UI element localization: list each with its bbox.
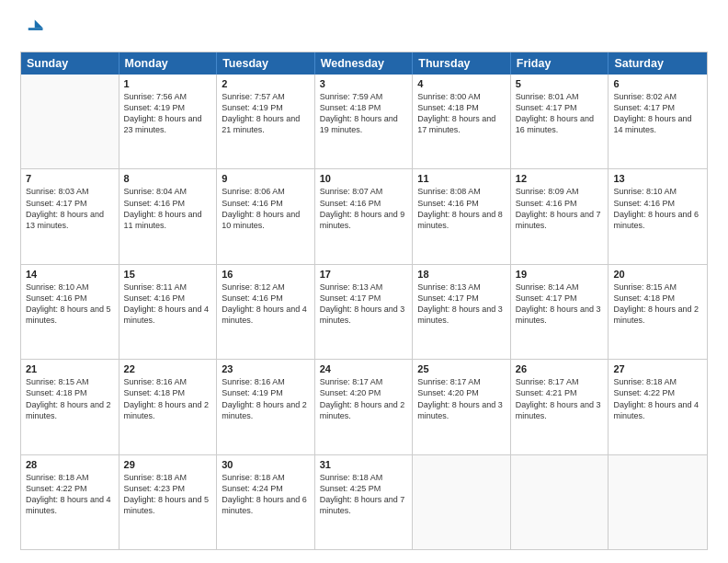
- header-day-tuesday: Tuesday: [217, 52, 315, 75]
- calendar-cell: 31Sunrise: 8:18 AM Sunset: 4:25 PM Dayli…: [315, 455, 414, 549]
- cell-info: Sunrise: 8:08 AM Sunset: 4:16 PM Dayligh…: [417, 186, 506, 231]
- calendar-cell: 13Sunrise: 8:10 AM Sunset: 4:16 PM Dayli…: [609, 169, 707, 263]
- calendar-cell: 14Sunrise: 8:10 AM Sunset: 4:16 PM Dayli…: [21, 265, 119, 359]
- cell-info: Sunrise: 8:11 AM Sunset: 4:16 PM Dayligh…: [124, 282, 212, 327]
- cell-info: Sunrise: 8:15 AM Sunset: 4:18 PM Dayligh…: [613, 282, 702, 327]
- day-number: 6: [613, 78, 702, 89]
- day-number: 26: [516, 363, 604, 374]
- calendar-cell: 4Sunrise: 8:00 AM Sunset: 4:18 PM Daylig…: [413, 75, 511, 168]
- calendar-cell: 28Sunrise: 8:18 AM Sunset: 4:22 PM Dayli…: [21, 455, 119, 549]
- header-day-wednesday: Wednesday: [315, 52, 414, 75]
- day-number: 1: [124, 78, 212, 89]
- logo: [20, 17, 50, 42]
- cell-info: Sunrise: 8:17 AM Sunset: 4:20 PM Dayligh…: [417, 376, 506, 421]
- calendar-cell: 3Sunrise: 7:59 AM Sunset: 4:18 PM Daylig…: [315, 75, 414, 168]
- header-day-saturday: Saturday: [609, 52, 707, 75]
- calendar-cell: [21, 75, 119, 168]
- header: [20, 17, 708, 42]
- calendar-cell: 29Sunrise: 8:18 AM Sunset: 4:23 PM Dayli…: [119, 455, 218, 549]
- day-number: 8: [124, 173, 212, 184]
- day-number: 11: [417, 173, 506, 184]
- calendar-row-3: 21Sunrise: 8:15 AM Sunset: 4:18 PM Dayli…: [21, 360, 707, 454]
- day-number: 14: [26, 269, 114, 280]
- day-number: 18: [417, 269, 506, 280]
- calendar-cell: 20Sunrise: 8:15 AM Sunset: 4:18 PM Dayli…: [609, 265, 707, 359]
- day-number: 9: [222, 173, 310, 184]
- day-number: 7: [26, 173, 114, 184]
- header-day-sunday: Sunday: [21, 52, 119, 75]
- day-number: 31: [320, 459, 408, 470]
- cell-info: Sunrise: 8:18 AM Sunset: 4:25 PM Dayligh…: [320, 472, 408, 517]
- cell-info: Sunrise: 8:16 AM Sunset: 4:19 PM Dayligh…: [222, 376, 310, 421]
- calendar-cell: [511, 455, 609, 549]
- calendar-cell: 23Sunrise: 8:16 AM Sunset: 4:19 PM Dayli…: [217, 360, 315, 454]
- day-number: 4: [417, 78, 506, 89]
- header-day-friday: Friday: [511, 52, 609, 75]
- calendar-row-2: 14Sunrise: 8:10 AM Sunset: 4:16 PM Dayli…: [21, 265, 707, 360]
- calendar-cell: [413, 455, 511, 549]
- page: SundayMondayTuesdayWednesdayThursdayFrid…: [0, 0, 728, 563]
- calendar-cell: 10Sunrise: 8:07 AM Sunset: 4:16 PM Dayli…: [315, 169, 414, 263]
- svg-rect-1: [28, 28, 43, 30]
- header-day-monday: Monday: [119, 52, 218, 75]
- day-number: 2: [222, 78, 310, 89]
- cell-info: Sunrise: 8:18 AM Sunset: 4:24 PM Dayligh…: [222, 472, 310, 517]
- cell-info: Sunrise: 8:15 AM Sunset: 4:18 PM Dayligh…: [26, 376, 114, 421]
- day-number: 28: [26, 459, 114, 470]
- calendar-body: 1Sunrise: 7:56 AM Sunset: 4:19 PM Daylig…: [21, 75, 707, 549]
- calendar-cell: 17Sunrise: 8:13 AM Sunset: 4:17 PM Dayli…: [315, 265, 414, 359]
- calendar-header: SundayMondayTuesdayWednesdayThursdayFrid…: [21, 52, 707, 75]
- cell-info: Sunrise: 8:03 AM Sunset: 4:17 PM Dayligh…: [26, 186, 114, 231]
- calendar-row-0: 1Sunrise: 7:56 AM Sunset: 4:19 PM Daylig…: [21, 75, 707, 169]
- calendar-cell: 1Sunrise: 7:56 AM Sunset: 4:19 PM Daylig…: [119, 75, 218, 168]
- day-number: 21: [26, 363, 114, 374]
- cell-info: Sunrise: 8:16 AM Sunset: 4:18 PM Dayligh…: [124, 376, 212, 421]
- calendar-cell: 21Sunrise: 8:15 AM Sunset: 4:18 PM Dayli…: [21, 360, 119, 454]
- day-number: 29: [124, 459, 212, 470]
- calendar: SundayMondayTuesdayWednesdayThursdayFrid…: [20, 52, 708, 550]
- day-number: 27: [613, 363, 702, 374]
- calendar-cell: 15Sunrise: 8:11 AM Sunset: 4:16 PM Dayli…: [119, 265, 218, 359]
- day-number: 30: [222, 459, 310, 470]
- calendar-cell: 6Sunrise: 8:02 AM Sunset: 4:17 PM Daylig…: [609, 75, 707, 168]
- day-number: 13: [613, 173, 702, 184]
- cell-info: Sunrise: 8:06 AM Sunset: 4:16 PM Dayligh…: [222, 186, 310, 231]
- cell-info: Sunrise: 8:18 AM Sunset: 4:22 PM Dayligh…: [613, 376, 702, 421]
- calendar-cell: 11Sunrise: 8:08 AM Sunset: 4:16 PM Dayli…: [413, 169, 511, 263]
- calendar-cell: 22Sunrise: 8:16 AM Sunset: 4:18 PM Dayli…: [119, 360, 218, 454]
- calendar-cell: [609, 455, 707, 549]
- day-number: 10: [320, 173, 408, 184]
- calendar-cell: 12Sunrise: 8:09 AM Sunset: 4:16 PM Dayli…: [511, 169, 609, 263]
- calendar-cell: 18Sunrise: 8:13 AM Sunset: 4:17 PM Dayli…: [413, 265, 511, 359]
- calendar-cell: 16Sunrise: 8:12 AM Sunset: 4:16 PM Dayli…: [217, 265, 315, 359]
- cell-info: Sunrise: 8:09 AM Sunset: 4:16 PM Dayligh…: [516, 186, 604, 231]
- cell-info: Sunrise: 8:13 AM Sunset: 4:17 PM Dayligh…: [320, 282, 408, 327]
- day-number: 25: [417, 363, 506, 374]
- cell-info: Sunrise: 8:17 AM Sunset: 4:21 PM Dayligh…: [516, 376, 604, 421]
- cell-info: Sunrise: 7:59 AM Sunset: 4:18 PM Dayligh…: [320, 91, 408, 136]
- cell-info: Sunrise: 8:12 AM Sunset: 4:16 PM Dayligh…: [222, 282, 310, 327]
- cell-info: Sunrise: 8:18 AM Sunset: 4:22 PM Dayligh…: [26, 472, 114, 517]
- day-number: 19: [516, 269, 604, 280]
- cell-info: Sunrise: 8:17 AM Sunset: 4:20 PM Dayligh…: [320, 376, 408, 421]
- logo-icon: [20, 17, 46, 42]
- header-day-thursday: Thursday: [413, 52, 511, 75]
- calendar-row-4: 28Sunrise: 8:18 AM Sunset: 4:22 PM Dayli…: [21, 455, 707, 549]
- calendar-cell: 25Sunrise: 8:17 AM Sunset: 4:20 PM Dayli…: [413, 360, 511, 454]
- calendar-cell: 9Sunrise: 8:06 AM Sunset: 4:16 PM Daylig…: [217, 169, 315, 263]
- calendar-cell: 24Sunrise: 8:17 AM Sunset: 4:20 PM Dayli…: [315, 360, 414, 454]
- day-number: 17: [320, 269, 408, 280]
- svg-marker-0: [35, 20, 43, 29]
- calendar-row-1: 7Sunrise: 8:03 AM Sunset: 4:17 PM Daylig…: [21, 169, 707, 264]
- cell-info: Sunrise: 8:00 AM Sunset: 4:18 PM Dayligh…: [417, 91, 506, 136]
- day-number: 15: [124, 269, 212, 280]
- day-number: 5: [516, 78, 604, 89]
- cell-info: Sunrise: 8:13 AM Sunset: 4:17 PM Dayligh…: [417, 282, 506, 327]
- day-number: 3: [320, 78, 408, 89]
- cell-info: Sunrise: 7:57 AM Sunset: 4:19 PM Dayligh…: [222, 91, 310, 136]
- calendar-cell: 26Sunrise: 8:17 AM Sunset: 4:21 PM Dayli…: [511, 360, 609, 454]
- cell-info: Sunrise: 8:18 AM Sunset: 4:23 PM Dayligh…: [124, 472, 212, 517]
- cell-info: Sunrise: 8:14 AM Sunset: 4:17 PM Dayligh…: [516, 282, 604, 327]
- day-number: 16: [222, 269, 310, 280]
- calendar-cell: 30Sunrise: 8:18 AM Sunset: 4:24 PM Dayli…: [217, 455, 315, 549]
